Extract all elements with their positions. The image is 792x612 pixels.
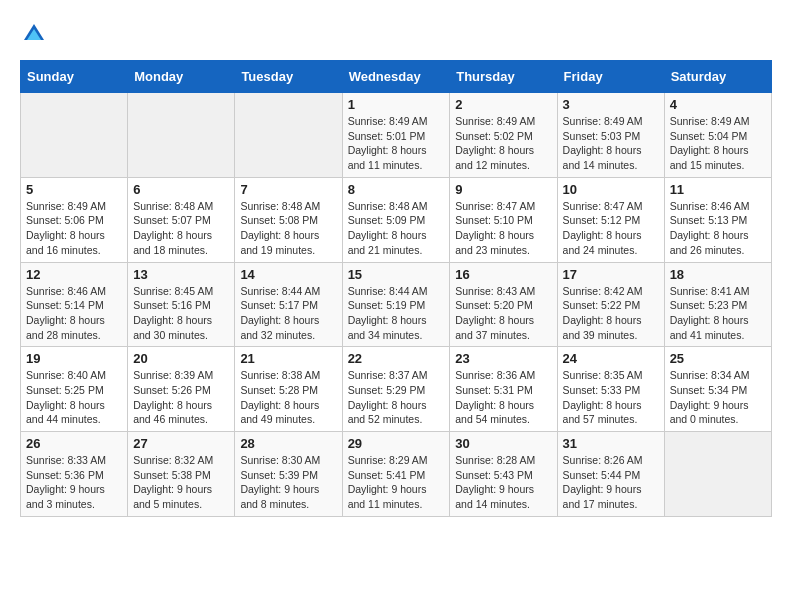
week-row-1: 1Sunrise: 8:49 AM Sunset: 5:01 PM Daylig… — [21, 93, 772, 178]
day-cell — [128, 93, 235, 178]
day-info: Sunrise: 8:40 AM Sunset: 5:25 PM Dayligh… — [26, 368, 122, 427]
day-number: 5 — [26, 182, 122, 197]
day-number: 8 — [348, 182, 445, 197]
day-number: 9 — [455, 182, 551, 197]
day-number: 26 — [26, 436, 122, 451]
day-cell: 16Sunrise: 8:43 AM Sunset: 5:20 PM Dayli… — [450, 262, 557, 347]
weekday-header-thursday: Thursday — [450, 61, 557, 93]
day-cell — [235, 93, 342, 178]
day-cell: 18Sunrise: 8:41 AM Sunset: 5:23 PM Dayli… — [664, 262, 771, 347]
weekday-header-sunday: Sunday — [21, 61, 128, 93]
day-number: 6 — [133, 182, 229, 197]
day-info: Sunrise: 8:34 AM Sunset: 5:34 PM Dayligh… — [670, 368, 766, 427]
day-cell: 15Sunrise: 8:44 AM Sunset: 5:19 PM Dayli… — [342, 262, 450, 347]
day-cell: 5Sunrise: 8:49 AM Sunset: 5:06 PM Daylig… — [21, 177, 128, 262]
day-number: 4 — [670, 97, 766, 112]
day-info: Sunrise: 8:49 AM Sunset: 5:04 PM Dayligh… — [670, 114, 766, 173]
day-number: 23 — [455, 351, 551, 366]
day-cell — [664, 432, 771, 517]
day-info: Sunrise: 8:41 AM Sunset: 5:23 PM Dayligh… — [670, 284, 766, 343]
day-number: 22 — [348, 351, 445, 366]
day-cell: 6Sunrise: 8:48 AM Sunset: 5:07 PM Daylig… — [128, 177, 235, 262]
logo — [20, 20, 52, 48]
day-info: Sunrise: 8:38 AM Sunset: 5:28 PM Dayligh… — [240, 368, 336, 427]
day-number: 11 — [670, 182, 766, 197]
day-cell — [21, 93, 128, 178]
day-info: Sunrise: 8:37 AM Sunset: 5:29 PM Dayligh… — [348, 368, 445, 427]
day-info: Sunrise: 8:48 AM Sunset: 5:08 PM Dayligh… — [240, 199, 336, 258]
day-cell: 4Sunrise: 8:49 AM Sunset: 5:04 PM Daylig… — [664, 93, 771, 178]
day-cell: 20Sunrise: 8:39 AM Sunset: 5:26 PM Dayli… — [128, 347, 235, 432]
day-cell: 11Sunrise: 8:46 AM Sunset: 5:13 PM Dayli… — [664, 177, 771, 262]
day-cell: 21Sunrise: 8:38 AM Sunset: 5:28 PM Dayli… — [235, 347, 342, 432]
day-info: Sunrise: 8:36 AM Sunset: 5:31 PM Dayligh… — [455, 368, 551, 427]
day-cell: 14Sunrise: 8:44 AM Sunset: 5:17 PM Dayli… — [235, 262, 342, 347]
day-info: Sunrise: 8:33 AM Sunset: 5:36 PM Dayligh… — [26, 453, 122, 512]
day-cell: 12Sunrise: 8:46 AM Sunset: 5:14 PM Dayli… — [21, 262, 128, 347]
day-info: Sunrise: 8:28 AM Sunset: 5:43 PM Dayligh… — [455, 453, 551, 512]
day-number: 2 — [455, 97, 551, 112]
day-info: Sunrise: 8:46 AM Sunset: 5:14 PM Dayligh… — [26, 284, 122, 343]
day-cell: 22Sunrise: 8:37 AM Sunset: 5:29 PM Dayli… — [342, 347, 450, 432]
week-row-5: 26Sunrise: 8:33 AM Sunset: 5:36 PM Dayli… — [21, 432, 772, 517]
day-cell: 8Sunrise: 8:48 AM Sunset: 5:09 PM Daylig… — [342, 177, 450, 262]
day-cell: 9Sunrise: 8:47 AM Sunset: 5:10 PM Daylig… — [450, 177, 557, 262]
calendar-table: SundayMondayTuesdayWednesdayThursdayFrid… — [20, 60, 772, 517]
day-info: Sunrise: 8:29 AM Sunset: 5:41 PM Dayligh… — [348, 453, 445, 512]
weekday-header-wednesday: Wednesday — [342, 61, 450, 93]
weekday-header-row: SundayMondayTuesdayWednesdayThursdayFrid… — [21, 61, 772, 93]
day-cell: 7Sunrise: 8:48 AM Sunset: 5:08 PM Daylig… — [235, 177, 342, 262]
day-info: Sunrise: 8:44 AM Sunset: 5:19 PM Dayligh… — [348, 284, 445, 343]
day-cell: 28Sunrise: 8:30 AM Sunset: 5:39 PM Dayli… — [235, 432, 342, 517]
day-cell: 10Sunrise: 8:47 AM Sunset: 5:12 PM Dayli… — [557, 177, 664, 262]
day-number: 28 — [240, 436, 336, 451]
day-cell: 19Sunrise: 8:40 AM Sunset: 5:25 PM Dayli… — [21, 347, 128, 432]
day-info: Sunrise: 8:49 AM Sunset: 5:03 PM Dayligh… — [563, 114, 659, 173]
day-info: Sunrise: 8:45 AM Sunset: 5:16 PM Dayligh… — [133, 284, 229, 343]
day-info: Sunrise: 8:49 AM Sunset: 5:06 PM Dayligh… — [26, 199, 122, 258]
logo-icon — [20, 20, 48, 48]
day-info: Sunrise: 8:48 AM Sunset: 5:07 PM Dayligh… — [133, 199, 229, 258]
day-cell: 31Sunrise: 8:26 AM Sunset: 5:44 PM Dayli… — [557, 432, 664, 517]
week-row-4: 19Sunrise: 8:40 AM Sunset: 5:25 PM Dayli… — [21, 347, 772, 432]
day-number: 19 — [26, 351, 122, 366]
day-cell: 25Sunrise: 8:34 AM Sunset: 5:34 PM Dayli… — [664, 347, 771, 432]
day-number: 7 — [240, 182, 336, 197]
day-number: 15 — [348, 267, 445, 282]
day-number: 10 — [563, 182, 659, 197]
day-cell: 27Sunrise: 8:32 AM Sunset: 5:38 PM Dayli… — [128, 432, 235, 517]
day-number: 25 — [670, 351, 766, 366]
day-info: Sunrise: 8:35 AM Sunset: 5:33 PM Dayligh… — [563, 368, 659, 427]
week-row-2: 5Sunrise: 8:49 AM Sunset: 5:06 PM Daylig… — [21, 177, 772, 262]
day-number: 14 — [240, 267, 336, 282]
week-row-3: 12Sunrise: 8:46 AM Sunset: 5:14 PM Dayli… — [21, 262, 772, 347]
day-cell: 2Sunrise: 8:49 AM Sunset: 5:02 PM Daylig… — [450, 93, 557, 178]
day-number: 20 — [133, 351, 229, 366]
day-number: 21 — [240, 351, 336, 366]
day-info: Sunrise: 8:47 AM Sunset: 5:12 PM Dayligh… — [563, 199, 659, 258]
day-number: 16 — [455, 267, 551, 282]
day-info: Sunrise: 8:49 AM Sunset: 5:01 PM Dayligh… — [348, 114, 445, 173]
day-cell: 1Sunrise: 8:49 AM Sunset: 5:01 PM Daylig… — [342, 93, 450, 178]
day-info: Sunrise: 8:39 AM Sunset: 5:26 PM Dayligh… — [133, 368, 229, 427]
day-info: Sunrise: 8:42 AM Sunset: 5:22 PM Dayligh… — [563, 284, 659, 343]
weekday-header-tuesday: Tuesday — [235, 61, 342, 93]
day-cell: 3Sunrise: 8:49 AM Sunset: 5:03 PM Daylig… — [557, 93, 664, 178]
day-number: 12 — [26, 267, 122, 282]
weekday-header-monday: Monday — [128, 61, 235, 93]
day-cell: 29Sunrise: 8:29 AM Sunset: 5:41 PM Dayli… — [342, 432, 450, 517]
day-cell: 30Sunrise: 8:28 AM Sunset: 5:43 PM Dayli… — [450, 432, 557, 517]
day-cell: 23Sunrise: 8:36 AM Sunset: 5:31 PM Dayli… — [450, 347, 557, 432]
day-number: 27 — [133, 436, 229, 451]
day-info: Sunrise: 8:47 AM Sunset: 5:10 PM Dayligh… — [455, 199, 551, 258]
day-number: 3 — [563, 97, 659, 112]
day-info: Sunrise: 8:26 AM Sunset: 5:44 PM Dayligh… — [563, 453, 659, 512]
day-number: 24 — [563, 351, 659, 366]
day-number: 13 — [133, 267, 229, 282]
day-info: Sunrise: 8:46 AM Sunset: 5:13 PM Dayligh… — [670, 199, 766, 258]
day-cell: 26Sunrise: 8:33 AM Sunset: 5:36 PM Dayli… — [21, 432, 128, 517]
day-info: Sunrise: 8:30 AM Sunset: 5:39 PM Dayligh… — [240, 453, 336, 512]
day-info: Sunrise: 8:32 AM Sunset: 5:38 PM Dayligh… — [133, 453, 229, 512]
day-number: 1 — [348, 97, 445, 112]
day-number: 17 — [563, 267, 659, 282]
